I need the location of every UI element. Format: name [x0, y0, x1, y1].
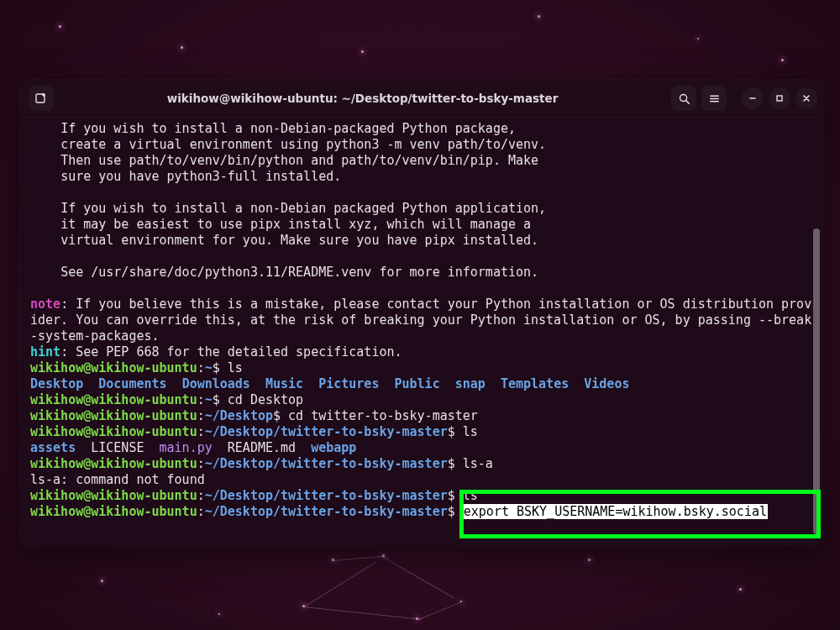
- terminal-body[interactable]: If you wish to install a non-Debian-pack…: [20, 118, 822, 546]
- scrollbar-thumb[interactable]: [813, 228, 820, 534]
- svg-rect-4: [777, 96, 782, 101]
- highlighted-command: export BSKY_USERNAME=wikihow.bsky.social: [463, 504, 768, 519]
- svg-line-2: [685, 100, 688, 102]
- minimize-button[interactable]: [742, 87, 764, 109]
- window-title: wikihow@wikihow-ubuntu: ~/Desktop/twitte…: [54, 92, 671, 105]
- hamburger-menu-button[interactable]: [701, 86, 727, 111]
- terminal-output: If you wish to install a non-Debian-pack…: [30, 121, 817, 520]
- new-tab-button[interactable]: [29, 86, 54, 111]
- titlebar: wikihow@wikihow-ubuntu: ~/Desktop/twitte…: [20, 80, 822, 118]
- search-button[interactable]: [671, 86, 696, 111]
- maximize-button[interactable]: [769, 87, 790, 109]
- terminal-scrollbar[interactable]: [812, 218, 821, 539]
- terminal-window: wikihow@wikihow-ubuntu: ~/Desktop/twitte…: [20, 80, 822, 546]
- close-button[interactable]: [795, 87, 817, 109]
